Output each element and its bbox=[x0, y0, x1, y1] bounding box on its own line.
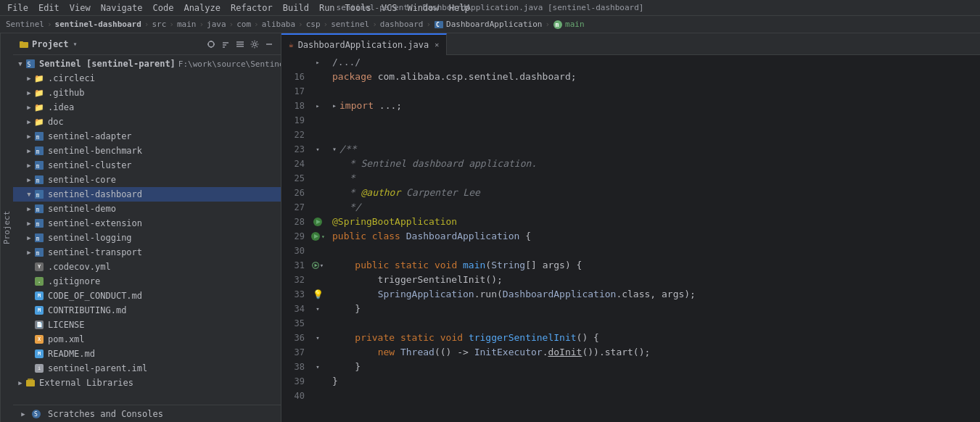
run-gutter-icon-28[interactable] bbox=[313, 217, 323, 227]
code-line-35 bbox=[326, 316, 980, 331]
locate-icon[interactable] bbox=[205, 38, 217, 50]
tree-item-license[interactable]: 📄 LICENSE bbox=[13, 318, 281, 332]
tree-item-conduct[interactable]: M CODE_OF_CONDUCT.md bbox=[13, 289, 281, 303]
bc-dashboard[interactable]: sentinel-dashboard bbox=[55, 20, 141, 29]
circleci-arrow bbox=[25, 74, 33, 83]
fold-icon-36[interactable]: ▾ bbox=[316, 334, 319, 342]
bc-dashboard2[interactable]: dashboard bbox=[380, 20, 424, 29]
bc-src[interactable]: src bbox=[152, 20, 166, 29]
bc-main[interactable]: main bbox=[177, 20, 197, 29]
tree-item-ext-lib[interactable]: External Libraries bbox=[13, 376, 281, 390]
tree-options-icon[interactable] bbox=[234, 38, 246, 50]
scratches-arrow bbox=[19, 410, 28, 418]
dashboard-module-icon: m bbox=[33, 189, 45, 200]
tree-item-adapter[interactable]: m sentinel-adapter bbox=[13, 129, 281, 144]
breadcrumb-bar: Sentinel › sentinel-dashboard › src › ma… bbox=[0, 16, 980, 33]
adapter-module-icon: m bbox=[33, 131, 45, 142]
fold-icon-23[interactable]: ▾ bbox=[316, 146, 319, 153]
tree-item-demo[interactable]: m sentinel-demo bbox=[13, 202, 281, 216]
tab-dashboard-app[interactable]: ☕ DashboardApplication.java ✕ bbox=[281, 33, 447, 55]
root-module-icon: S bbox=[25, 58, 36, 70]
github-arrow bbox=[25, 88, 33, 97]
tree-item-extension[interactable]: m sentinel-extension bbox=[13, 216, 281, 231]
settings-icon[interactable] bbox=[249, 38, 260, 50]
menu-view[interactable]: View bbox=[65, 1, 95, 15]
bc-classname[interactable]: DashboardApplication bbox=[446, 20, 542, 29]
collapse-icon[interactable] bbox=[220, 38, 231, 50]
bc-java[interactable]: java bbox=[207, 20, 226, 29]
tree-item-contributing[interactable]: M CONTRIBUTING.md bbox=[13, 303, 281, 318]
tree-item-cluster[interactable]: m sentinel-cluster bbox=[13, 158, 281, 173]
tree-item-github[interactable]: .github bbox=[13, 86, 281, 100]
menu-analyze[interactable]: Analyze bbox=[179, 1, 225, 15]
tree-item-transport[interactable]: m sentinel-transport bbox=[13, 245, 281, 260]
bc-com[interactable]: com bbox=[236, 20, 251, 29]
scratches-label: Scratches and Consoles bbox=[48, 409, 163, 419]
menu-code[interactable]: Code bbox=[149, 1, 178, 15]
tab-label: DashboardApplication.java bbox=[298, 40, 429, 50]
menu-file[interactable]: File bbox=[3, 1, 33, 15]
code-line-16: package com.alibaba.csp.sentinel.dashboa… bbox=[326, 70, 980, 84]
fold-icon-dots[interactable]: ▸ bbox=[316, 59, 319, 66]
codecov-icon: Y bbox=[33, 261, 45, 273]
bc-alibaba[interactable]: alibaba bbox=[262, 20, 295, 29]
tree-item-idea[interactable]: .idea bbox=[13, 100, 281, 115]
tree-item-codecov[interactable]: Y .codecov.yml bbox=[13, 260, 281, 274]
svg-text:m: m bbox=[36, 192, 40, 199]
tree-item-pom[interactable]: X pom.xml bbox=[13, 332, 281, 347]
code-line-18: ▸import ...; bbox=[326, 99, 980, 113]
circleci-folder-icon bbox=[33, 73, 45, 84]
svg-rect-5 bbox=[20, 41, 23, 44]
root-label: Sentinel [sentinel-parent] bbox=[39, 59, 176, 69]
bc-sentinel[interactable]: Sentinel bbox=[6, 20, 44, 29]
svg-text:m: m bbox=[36, 221, 40, 228]
tree-item-circleci[interactable]: .circleci bbox=[13, 71, 281, 86]
extlib-icon bbox=[25, 377, 36, 389]
project-panel: Project ▾ bbox=[13, 33, 281, 422]
run-gutter-icon-29[interactable] bbox=[310, 231, 321, 241]
tree-item-logging[interactable]: m sentinel-logging bbox=[13, 231, 281, 245]
tree-item-doc[interactable]: doc bbox=[13, 115, 281, 129]
menu-edit[interactable]: Edit bbox=[34, 1, 64, 15]
scratches-consoles[interactable]: S Scratches and Consoles bbox=[13, 405, 281, 422]
play-gutter-icon-31[interactable] bbox=[312, 262, 319, 269]
conduct-icon: M bbox=[33, 290, 45, 302]
svg-rect-40 bbox=[28, 378, 33, 381]
svg-text:S: S bbox=[28, 62, 31, 68]
tree-item-benchmark[interactable]: m sentinel-benchmark bbox=[13, 144, 281, 158]
java-file-icon: ☕ bbox=[289, 40, 294, 49]
editor-area: ☕ DashboardApplication.java ✕ ▸ 16 bbox=[281, 33, 980, 422]
bc-method[interactable]: main bbox=[565, 20, 585, 29]
menu-refactor[interactable]: Refactor bbox=[226, 1, 277, 15]
tree-item-readme[interactable]: M README.md bbox=[13, 347, 281, 361]
tree-item-gitignore[interactable]: . .gitignore bbox=[13, 274, 281, 289]
tab-close[interactable]: ✕ bbox=[435, 41, 439, 49]
fold-icon-18[interactable]: ▸ bbox=[316, 102, 319, 109]
tree-root[interactable]: S Sentinel [sentinel-parent] F:\work\sou… bbox=[13, 57, 281, 71]
menu-navigate[interactable]: Navigate bbox=[96, 1, 147, 15]
menu-build[interactable]: Build bbox=[279, 1, 313, 15]
minimize-icon[interactable] bbox=[263, 38, 275, 50]
fold-icon-34[interactable]: ▾ bbox=[316, 305, 319, 313]
code-content[interactable]: /.../ package com.alibaba.csp.sentinel.d… bbox=[326, 55, 980, 422]
code-line-31: public static void main(String[] args) { bbox=[326, 258, 980, 273]
cluster-arrow bbox=[25, 161, 33, 170]
tree-item-core[interactable]: m sentinel-core bbox=[13, 173, 281, 187]
github-folder-icon bbox=[33, 87, 45, 99]
code-line-40 bbox=[326, 389, 980, 403]
tree-item-iml[interactable]: i sentinel-parent.iml bbox=[13, 361, 281, 376]
bc-csp[interactable]: csp bbox=[306, 20, 321, 29]
fold-icon-38[interactable]: ▾ bbox=[316, 363, 319, 371]
bulb-icon-33[interactable]: 💡 bbox=[313, 289, 324, 299]
tab-bar: ☕ DashboardApplication.java ✕ bbox=[281, 33, 980, 55]
code-line-dots: /.../ bbox=[326, 55, 980, 70]
panel-label[interactable]: Project bbox=[0, 33, 13, 422]
code-line-19 bbox=[326, 113, 980, 128]
menu-bar: File Edit View Navigate Code Analyze Ref… bbox=[0, 0, 980, 16]
method-icon: m bbox=[553, 20, 563, 30]
svg-point-6 bbox=[208, 41, 214, 47]
tree-item-dashboard[interactable]: m sentinel-dashboard bbox=[13, 187, 281, 202]
bc-sentinel2[interactable]: sentinel bbox=[331, 20, 369, 29]
code-editor: ▸ 16 17 18 ▸ bbox=[281, 55, 980, 422]
code-line-30 bbox=[326, 244, 980, 258]
